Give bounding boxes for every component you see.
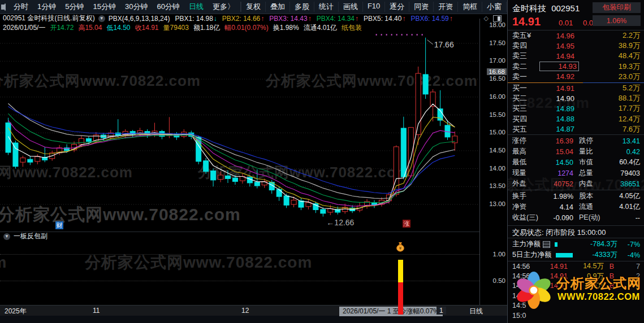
stats-row-4: 外盘40752内盘38651 <box>508 178 644 189</box>
buy-row-3[interactable]: 买四14.8812.4万 <box>508 114 644 124</box>
top-toolbar: 分时1分钟5分钟15分钟30分钟60分钟日线更多〉 复权叠加多股统计画线F10逐… <box>0 0 507 14</box>
tool-item-10[interactable]: 小窗 <box>482 2 506 12</box>
queue-price: 14.89 <box>539 104 574 113</box>
flow-label: 主力净额 <box>512 239 541 249</box>
queue-price: 14.95 <box>539 42 574 50</box>
tool-item-0[interactable]: 复权 <box>241 2 265 12</box>
queue-price: 14.94 <box>539 52 574 60</box>
stat-value: 1274 <box>526 169 573 177</box>
stat-label: PE(动) <box>579 213 600 222</box>
tool-item-6[interactable]: 逐分 <box>384 2 409 12</box>
list-icon[interactable] <box>543 241 550 248</box>
stat-label: 收益(三) <box>512 213 538 222</box>
sub-axis-label: 0.50 <box>493 277 505 284</box>
y-axis-label: 17.00 <box>489 57 505 64</box>
indicator-name[interactable]: PBX(4,6,9,13,18,24) <box>109 15 170 23</box>
tool-item-2[interactable]: 多股 <box>289 2 314 12</box>
pbx-value-2: PBX2: 14.66↑ <box>222 15 264 23</box>
dropdown-chevron-icon[interactable]: ▼ <box>98 15 105 22</box>
pbx-text: PBX2: 14.66 <box>222 15 260 23</box>
collapse-chevron-icon[interactable]: ▼ <box>3 233 10 240</box>
subchart-plot[interactable]: ¥ <box>0 241 479 305</box>
queue-label: 买三 <box>512 103 539 114</box>
stat-value: 4.05亿 <box>593 191 640 201</box>
pbx-text: PBX4: 14.34 <box>317 15 355 23</box>
y-axis-label: 13.00 <box>489 200 505 207</box>
tool-item-1[interactable]: 叠加 <box>265 2 289 12</box>
period-item-1[interactable]: 1分钟 <box>33 2 60 12</box>
queue-volume: 5.2万 <box>574 83 640 93</box>
buy-row-0[interactable]: 买一14.915.2万 <box>508 83 644 93</box>
period-item-0[interactable]: 分时 <box>9 2 33 12</box>
sell-row-4[interactable]: 卖一14.9223.0万 <box>508 72 644 82</box>
flow-bar-wrap <box>556 253 576 257</box>
period-label[interactable]: 日线 <box>469 307 483 316</box>
queue-volume: 7.6万 <box>574 124 640 134</box>
tool-item-5[interactable]: F10 <box>362 2 384 12</box>
axis-year-label: 2025年 <box>5 307 27 316</box>
stat-value: 1.98% <box>526 193 573 200</box>
pbx-lines <box>8 103 455 210</box>
stat-label: 净资 <box>512 202 526 212</box>
panel-toggle-icon[interactable] <box>5 3 6 11</box>
queue-volume: 88.1万 <box>574 93 640 103</box>
subchart-title[interactable]: 一板反包副 <box>14 232 47 241</box>
tool-item-4[interactable]: 画线 <box>338 2 362 12</box>
sell-row-3[interactable]: 卖二14.9319.3万 <box>508 62 644 72</box>
buy-row-4[interactable]: 买五14.877.6万 <box>508 124 644 134</box>
industry-badge[interactable]: 包装印刷 <box>593 2 641 13</box>
period-item-6[interactable]: 日线 <box>184 2 208 12</box>
subchart-header: ▼ 一板反包副 <box>0 232 479 241</box>
pbx-text: PBX6: 14.59 <box>410 15 448 23</box>
money-bag-icon: ¥ <box>395 242 405 252</box>
pbx-value-5: PBX5: 14.40↑ <box>364 15 405 23</box>
candlestick-chart[interactable]: 17.66←12.66 <box>0 28 479 232</box>
logo-text-line1[interactable]: 分析家公式网 <box>556 274 641 293</box>
period-item-5[interactable]: 60分钟 <box>152 2 184 12</box>
period-item-3[interactable]: 15分钟 <box>88 2 120 12</box>
stat-value: 15.04 <box>526 148 573 156</box>
stat-value: 16.39 <box>526 137 573 145</box>
stat-cell: 外盘40752 <box>512 179 573 189</box>
buy-row-2[interactable]: 买三14.8917.7万 <box>508 103 644 114</box>
buy-row-1[interactable]: 买二14.9088.1万 <box>508 93 644 103</box>
tool-item-7[interactable]: 同资 <box>409 2 433 12</box>
tick-count: 7 <box>620 263 640 270</box>
zhang-marker[interactable]: 涨 <box>403 220 410 228</box>
stat-label: 市值 <box>579 158 593 167</box>
panel-stock-name[interactable]: 金时科技 002951 <box>512 3 580 14</box>
flow-bar-wrap <box>555 242 575 247</box>
stat-value: 4.14 <box>526 203 573 211</box>
flow-pct: -4% <box>617 251 640 259</box>
pbx-arrow-icon: ↓ <box>214 15 217 23</box>
time-axis-bar: 2025年 11 12 2026/01/05/一 1 至今涨幅0.07% 1 日… <box>0 305 507 316</box>
footer-strip <box>0 315 507 323</box>
stat-value: 4.01亿 <box>593 202 640 212</box>
period-item-7[interactable]: 更多〉 <box>208 2 239 12</box>
y-axis-label: 14.50 <box>489 147 505 154</box>
stat-value: -0.090 <box>538 214 573 222</box>
stat-value: 40752 <box>526 180 573 188</box>
sell-row-1[interactable]: 卖四14.9538.9万 <box>508 41 644 51</box>
cursor-price-label: 16.68 <box>487 68 507 75</box>
subchart-gridline <box>0 254 479 255</box>
tool-item-8[interactable]: 开资 <box>433 2 457 12</box>
period-item-4[interactable]: 30分钟 <box>120 2 152 12</box>
subchart-bar-yellow <box>398 260 403 282</box>
sell-row-2[interactable]: 卖三14.9448.4万 <box>508 51 644 61</box>
low-annotation: ←12.66 <box>326 218 354 227</box>
cai-marker[interactable]: 财 <box>55 221 63 229</box>
sub-axis-label: 1.00 <box>493 251 505 257</box>
stock-title[interactable]: 002951 金时科技(日线.前复权) <box>3 14 95 23</box>
period-item-2[interactable]: 5分钟 <box>60 2 88 12</box>
tool-item-9[interactable]: 简框 <box>457 2 482 12</box>
logo-text-line2[interactable]: WWW.70822.COM <box>557 291 640 302</box>
stats-grid-2: 换手1.98%股本4.05亿净资4.14流通4.01亿收益(三)-0.090PE… <box>508 191 644 223</box>
pbx-text: PBX5: 14.40 <box>364 15 401 23</box>
stock-code: 002951 <box>551 3 580 13</box>
sell-row-0[interactable]: 卖五¥14.962.2万 <box>508 30 644 41</box>
tool-item-3[interactable]: 统计 <box>314 2 338 12</box>
stat-value: 60.4亿 <box>593 158 640 167</box>
divider <box>508 225 644 226</box>
site-logo: 分析家公式网 WWW.70822.COM <box>508 270 644 313</box>
